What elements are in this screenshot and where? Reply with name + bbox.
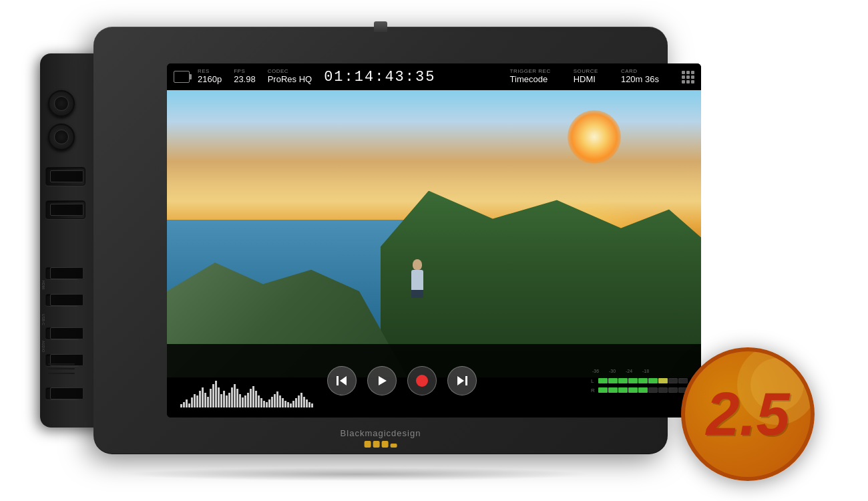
scale-tick-neg18: -18: [641, 369, 650, 373]
waveform-bar: [295, 398, 297, 407]
trigger-value: Timecode: [510, 74, 548, 85]
waveform-bar: [282, 398, 284, 407]
res-label: RES: [198, 69, 210, 74]
meter-seg-r2: [608, 387, 618, 393]
waveform-bar: [298, 395, 300, 407]
svg-marker-3: [457, 376, 464, 385]
waveform-bar: [242, 397, 244, 407]
waveform-bar: [268, 399, 270, 407]
waveform-bar: [306, 399, 308, 407]
waveform-bar: [196, 395, 198, 407]
brand-dot-4: [391, 444, 397, 448]
meter-label-right: R: [591, 387, 596, 393]
waveform-bar: [300, 393, 302, 407]
waveform-bar: [250, 389, 252, 407]
waveform-bar: [180, 404, 182, 407]
person-body: [411, 270, 423, 291]
trigger-label: TRIGGER REC: [510, 69, 551, 74]
hud-source-group: SOURCE HDMI: [574, 69, 598, 85]
waveform-bar: [271, 397, 273, 407]
waveform-bar: [258, 395, 260, 407]
controls-bar: -36 -30 -24 -18 L: [167, 344, 701, 418]
waveform-bar: [263, 401, 265, 407]
waveform-bar: [194, 394, 196, 407]
meter-seg-l7: [658, 378, 668, 383]
waveform-bar: [207, 397, 209, 407]
port-label-audio: AUDIO: [41, 341, 45, 352]
codec-value: ProRes HQ: [268, 74, 312, 85]
meter-bar-left: [598, 378, 688, 383]
brand-name: Blackmagicdesign: [341, 428, 421, 438]
transport-controls: [327, 366, 477, 395]
waveform-bar: [183, 402, 185, 407]
source-value: HDMI: [574, 74, 596, 85]
waveform-bar: [199, 391, 201, 407]
connector-audio-1: [45, 327, 79, 339]
play-button[interactable]: [367, 366, 397, 395]
meter-seg-r6: [648, 387, 658, 393]
waveform-bar: [308, 402, 310, 407]
fps-value: 23.98: [234, 74, 256, 85]
scale-tick-neg36: -36: [591, 369, 600, 373]
person-legs: [411, 290, 423, 298]
monitor-icon: [174, 71, 190, 83]
grid-icon[interactable]: [682, 71, 694, 84]
waveform-display: [180, 354, 314, 407]
device-shadow: [124, 468, 591, 481]
skip-forward-button[interactable]: [447, 366, 477, 395]
hud-codec-group: CODEC ProRes HQ: [268, 69, 312, 85]
connector-bnc-1: [48, 90, 75, 117]
waveform-bar: [236, 389, 238, 407]
port-label-hdmi: HDMI: [41, 281, 45, 290]
waveform-bar: [247, 393, 249, 407]
meter-row-right: R: [591, 387, 688, 393]
top-button[interactable]: [374, 21, 387, 32]
hud-trigger-group: TRIGGER REC Timecode: [510, 69, 551, 85]
waveform-bar: [266, 402, 268, 407]
svg-marker-2: [379, 376, 387, 385]
device: HDMI USB-C AUDIO: [40, 27, 674, 468]
port-label-usb: USB-C: [41, 314, 45, 325]
brand-dot-2: [373, 441, 380, 448]
connector-bnc-2: [48, 124, 75, 150]
person-head: [413, 259, 422, 270]
hud-fps-group: FPS 23.98: [234, 69, 256, 85]
card-value: 120m 36s: [621, 74, 659, 85]
meter-scale: -36 -30 -24 -18: [591, 369, 688, 373]
version-number: 2.5: [706, 384, 789, 444]
waveform-bar: [292, 401, 294, 407]
meter-row-left: L: [591, 378, 688, 384]
meter-bar-right: [598, 387, 688, 393]
waveform-bar: [252, 386, 254, 407]
device-body: RES 2160p FPS 23.98 CODEC ProRes HQ 01:: [93, 27, 668, 454]
meter-seg-l9: [678, 378, 688, 383]
card-label: CARD: [621, 69, 638, 74]
meter-seg-l1: [598, 378, 608, 383]
scale-tick-neg24: -24: [624, 369, 634, 373]
hud-res-group: RES 2160p: [198, 69, 222, 85]
codec-label: CODEC: [268, 69, 288, 74]
timecode-display: 01:14:43:35: [324, 69, 435, 86]
waveform-bar: [274, 394, 276, 407]
device-bottom-brand: Blackmagicdesign: [341, 428, 421, 448]
waveform-bar: [218, 387, 220, 407]
version-badge: 2.5: [681, 347, 815, 481]
skip-back-button[interactable]: [327, 366, 357, 395]
connector-power: [45, 387, 79, 399]
connector-sdi-2: [45, 200, 85, 219]
meter-seg-r3: [618, 387, 628, 393]
waveform-bar: [279, 395, 281, 407]
meter-seg-r1: [598, 387, 608, 393]
video-area: [167, 90, 701, 377]
fps-label: FPS: [234, 69, 245, 74]
meter-seg-r7: [658, 387, 668, 393]
video-sun: [568, 110, 621, 164]
hud-top-bar: RES 2160p FPS 23.98 CODEC ProRes HQ 01:: [167, 63, 701, 90]
waveform-bar: [284, 401, 286, 407]
record-button[interactable]: [407, 366, 437, 395]
waveform-bar: [210, 389, 212, 407]
meter-seg-l8: [668, 378, 678, 383]
waveform-bars: [180, 354, 314, 407]
meter-seg-l5: [638, 378, 648, 383]
brand-dots: [365, 441, 397, 448]
